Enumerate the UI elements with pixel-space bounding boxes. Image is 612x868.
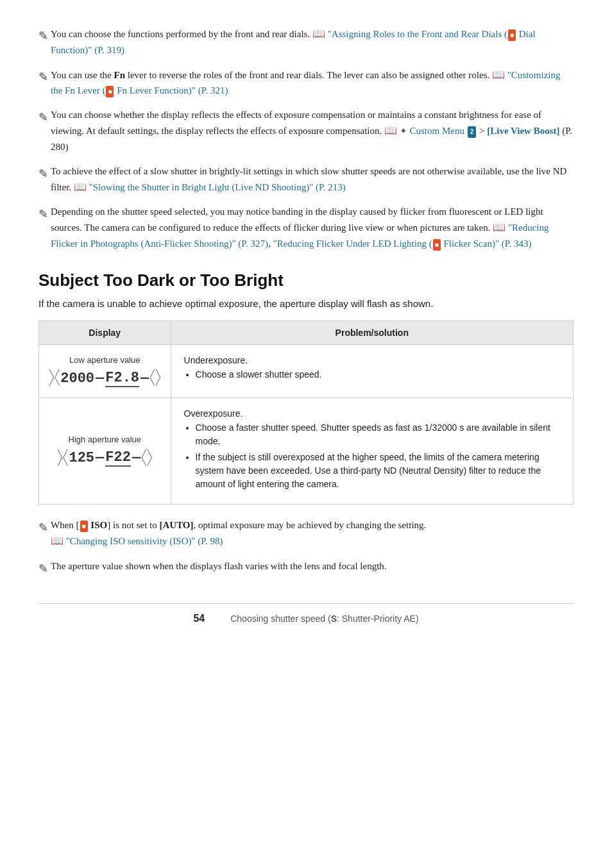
problem-bullets-1: Choose a slower shutter speed. xyxy=(184,368,560,381)
low-aperture-label: Low aperture value xyxy=(49,355,160,365)
footer-text-after: : Shutter-Priority AE) xyxy=(337,613,419,624)
bottom-tips: ✎ When [■ ISO] is not set to [AUTO], opt… xyxy=(38,517,574,578)
problem-title-2: Overexposure. xyxy=(184,408,560,419)
tip-icon-bottom-2: ✎ xyxy=(38,560,48,578)
display-cell-2: High aperture value ╲╱ ╱╲ 125 — F22 — ╱╲… xyxy=(39,397,171,504)
bottom-tip-2: ✎ The aperture value shown when the disp… xyxy=(38,558,574,578)
book-ref-icon-1: 📖 xyxy=(312,28,325,39)
auto-bold: [AUTO] xyxy=(159,520,193,530)
tip-icon-1: ✎ xyxy=(38,27,48,46)
low-aperture-display: ╲╱ ╱╲ 2000 — F2.8 — ╱╲ ╲╱ xyxy=(49,370,160,387)
page-footer: 54 Choosing shutter speed (S: Shutter-Pr… xyxy=(38,603,574,624)
dial-arrows-left-2: ╲╱ ╱╲ xyxy=(58,450,67,467)
tip-3: ✎ You can choose whether the display ref… xyxy=(38,107,574,154)
tip-5: ✎ Depending on the shutter speed selecte… xyxy=(38,204,574,251)
bullet-2-2: If the subject is still overexposed at t… xyxy=(196,451,560,491)
table-row-2: High aperture value ╲╱ ╱╲ 125 — F22 — ╱╲… xyxy=(39,397,574,504)
camera-icon-dial: ■ xyxy=(508,29,516,41)
link-custom-menu[interactable]: Custom Menu xyxy=(410,126,464,136)
high-aperture-label: High aperture value xyxy=(49,435,160,444)
tip-4: ✎ To achieve the effect of a slow shutte… xyxy=(38,163,574,196)
footer-s-letter: S xyxy=(331,613,337,624)
tip-text-1: You can choose the functions performed b… xyxy=(51,26,574,58)
footer-title: Choosing shutter speed (S: Shutter-Prior… xyxy=(230,613,418,624)
tip-text-bottom-1: When [■ ISO] is not set to [AUTO], optim… xyxy=(51,517,574,549)
bullet-1-1: Choose a slower shutter speed. xyxy=(196,368,560,381)
book-ref-icon-5: 📖 xyxy=(493,222,506,233)
camera-icon-iso: ■ xyxy=(80,521,88,532)
tip-icon-2: ✎ xyxy=(38,68,48,87)
section-title: Subject Too Dark or Too Bright xyxy=(38,271,574,290)
problem-cell-1: Underexposure. Choose a slower shutter s… xyxy=(171,344,573,397)
tip-icon-5: ✎ xyxy=(38,205,48,224)
book-ref-icon-bottom: 📖 xyxy=(51,535,64,546)
aperture-val-1: F2.8 xyxy=(105,370,139,387)
iso-bold: ISO xyxy=(90,520,107,530)
problem-title-1: Underexposure. xyxy=(184,355,560,365)
dial-arrows-right-1: ╱╲ ╲╱ xyxy=(150,370,160,387)
page-number: 54 xyxy=(193,613,205,624)
dial-arrows-left-1: ╲╱ ╱╲ xyxy=(49,370,59,387)
link-dial-function[interactable]: "Assigning Roles to the Front and Rear D… xyxy=(51,29,536,55)
book-ref-icon-4: 📖 xyxy=(74,181,87,192)
tip-text-5: Depending on the shutter speed selected,… xyxy=(51,204,574,251)
table-row-1: Low aperture value ╲╱ ╱╲ 2000 — F2.8 — ╱… xyxy=(39,344,574,397)
tip-2: ✎ You can use the Fn lever to reverse th… xyxy=(38,67,574,99)
book-ref-icon-3: 📖 xyxy=(384,125,397,136)
high-aperture-display: ╲╱ ╱╲ 125 — F22 — ╱╲ ╲╱ xyxy=(49,449,160,467)
tip-text-bottom-2: The aperture value shown when the displa… xyxy=(51,558,574,574)
tip-text-4: To achieve the effect of a slow shutter … xyxy=(51,163,574,196)
problem-cell-2: Overexposure. Choose a faster shutter sp… xyxy=(171,397,573,504)
col-problem: Problem/solution xyxy=(171,321,573,344)
bullet-2-1: Choose a faster shutter speed. Shutter s… xyxy=(196,421,560,448)
menu-num-badge: 2 xyxy=(468,126,477,138)
bottom-tip-1: ✎ When [■ ISO] is not set to [AUTO], opt… xyxy=(38,517,574,549)
camera-icon-flicker: ■ xyxy=(433,239,441,251)
book-ref-icon-2: 📖 xyxy=(492,69,505,80)
link-fn-lever[interactable]: "Customizing the Fn Lever (■ Fn Lever Fu… xyxy=(51,70,561,96)
tip-icon-4: ✎ xyxy=(38,165,48,183)
dial-arrows-right-2: ╱╲ ╲╱ xyxy=(142,450,151,467)
shutter-val-2: 125 xyxy=(69,450,94,466)
tip-text-2: You can use the Fn lever to reverse the … xyxy=(51,67,574,99)
section-intro: If the camera is unable to achieve optim… xyxy=(38,298,574,309)
link-live-view-boost[interactable]: [Live View Boost] xyxy=(487,126,559,136)
display-cell-1: Low aperture value ╲╱ ╱╲ 2000 — F2.8 — ╱… xyxy=(39,344,171,397)
problem-bullets-2: Choose a faster shutter speed. Shutter s… xyxy=(184,421,560,491)
tip-text-3: You can choose whether the display refle… xyxy=(51,107,574,154)
camera-icon-fn: ■ xyxy=(106,86,114,97)
aperture-val-2: F22 xyxy=(105,449,131,467)
exposure-table: Display Problem/solution Low aperture va… xyxy=(38,321,574,505)
tip-icon-3: ✎ xyxy=(38,108,48,127)
link-led-flicker[interactable]: "Reducing Flicker Under LED Lighting (■ … xyxy=(273,238,532,249)
link-iso[interactable]: "Changing ISO sensitivity (ISO)" (P. 98) xyxy=(66,536,223,546)
shutter-val-1: 2000 xyxy=(60,371,94,387)
tip-1: ✎ You can choose the functions performed… xyxy=(38,26,574,58)
gear-icon: ✦ xyxy=(400,126,407,136)
footer-text-before: Choosing shutter speed ( xyxy=(230,613,330,624)
link-live-nd[interactable]: "Slowing the Shutter in Bright Light (Li… xyxy=(89,182,346,192)
col-display: Display xyxy=(39,321,171,344)
fn-bold: Fn xyxy=(114,70,125,80)
tip-icon-bottom-1: ✎ xyxy=(38,519,48,537)
